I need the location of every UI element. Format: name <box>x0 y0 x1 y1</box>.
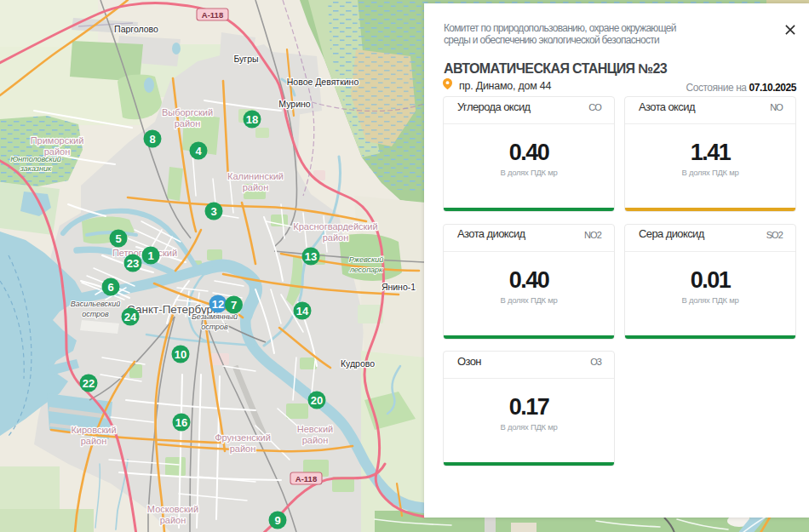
svg-text:район: район <box>175 118 201 129</box>
svg-text:Безымянный: Безымянный <box>192 312 238 321</box>
svg-text:9: 9 <box>274 514 280 527</box>
svg-text:Юнтоловский: Юнтоловский <box>10 155 61 163</box>
svg-text:район: район <box>160 515 186 525</box>
svg-text:заказник: заказник <box>20 164 52 173</box>
svg-text:Фрунзенский: Фрунзенский <box>215 432 271 443</box>
svg-text:14: 14 <box>296 305 309 317</box>
svg-text:8: 8 <box>149 133 155 146</box>
svg-text:1: 1 <box>147 249 153 262</box>
svg-text:А-118: А-118 <box>202 10 223 20</box>
svg-text:остров: остров <box>201 323 228 331</box>
svg-text:Бугры: Бугры <box>233 54 258 64</box>
svg-text:6: 6 <box>107 281 113 294</box>
svg-text:Ржевский: Ржевский <box>349 255 383 264</box>
svg-text:22: 22 <box>83 377 95 390</box>
svg-text:16: 16 <box>175 416 187 429</box>
svg-text:район: район <box>243 182 269 192</box>
svg-text:район: район <box>230 443 256 454</box>
svg-text:Выборгский: Выборгский <box>162 107 213 117</box>
svg-text:Московский: Московский <box>147 504 198 514</box>
svg-text:Парголово: Парголово <box>114 24 158 34</box>
svg-text:3: 3 <box>210 205 216 218</box>
svg-text:5: 5 <box>115 232 121 245</box>
svg-text:13: 13 <box>305 250 317 263</box>
svg-text:Калининский: Калининский <box>227 171 284 181</box>
svg-text:Кировский: Кировский <box>71 425 116 435</box>
svg-text:Приморский: Приморский <box>31 135 84 146</box>
svg-text:20: 20 <box>311 394 323 407</box>
svg-text:Васильевский: Васильевский <box>71 300 121 308</box>
svg-text:7: 7 <box>231 299 237 312</box>
svg-text:10: 10 <box>175 348 186 361</box>
svg-text:район: район <box>81 436 107 446</box>
svg-text:12: 12 <box>212 298 224 311</box>
svg-text:Новое Девяткино: Новое Девяткино <box>287 77 359 87</box>
svg-text:4: 4 <box>195 145 202 157</box>
svg-text:район: район <box>323 232 349 243</box>
svg-text:Невский: Невский <box>297 424 333 434</box>
svg-text:лесопарк: лесопарк <box>349 266 383 274</box>
svg-text:24: 24 <box>124 311 137 323</box>
svg-text:остров: остров <box>82 310 109 318</box>
svg-text:23: 23 <box>127 257 139 270</box>
svg-text:А-118: А-118 <box>295 474 317 483</box>
svg-text:Мурино: Мурино <box>278 99 311 109</box>
svg-text:Красногвардейский: Красногвардейский <box>293 221 377 232</box>
svg-text:район: район <box>302 435 329 445</box>
svg-text:Янино-1: Янино-1 <box>382 282 416 292</box>
svg-text:18: 18 <box>246 113 258 126</box>
svg-text:Кудрово: Кудрово <box>341 358 375 369</box>
